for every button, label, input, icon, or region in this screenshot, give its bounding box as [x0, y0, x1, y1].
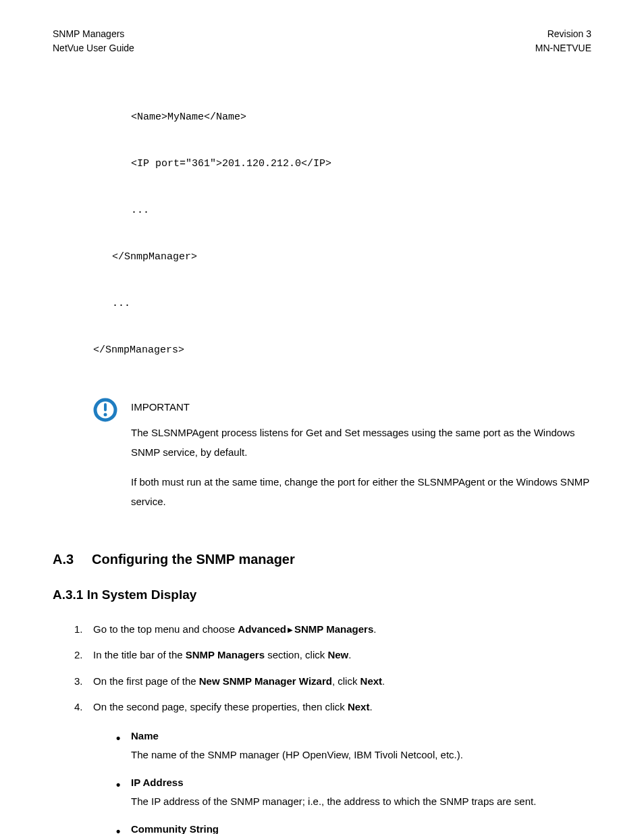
code-line: </SnmpManager> — [112, 246, 591, 269]
step-text: In the title bar of the — [93, 649, 186, 660]
xml-code-block: <Name>MyName</Name> <IP port="361">201.1… — [93, 82, 591, 386]
section-number: A.3 — [53, 549, 92, 569]
step-text: , click — [332, 675, 360, 687]
menu-path-bold: SNMP Managers — [294, 623, 373, 635]
step-text: On the first page of the — [93, 675, 199, 687]
important-title: IMPORTANT — [131, 398, 591, 417]
property-name: IP Address — [131, 773, 591, 793]
important-content: IMPORTANT The SLSNMPAgent process listen… — [131, 398, 591, 523]
section-heading: A.3 Configuring the SNMP manager — [53, 549, 591, 569]
menu-path-bold: Advanced — [238, 623, 286, 635]
properties-list: Name The name of the SNMP manager (HP Op… — [112, 727, 591, 835]
svg-rect-1 — [104, 403, 107, 411]
property-name: Name — [131, 727, 591, 746]
property-name: Community String — [131, 820, 591, 835]
header-right: Revision 3 MN-NETVUE — [535, 27, 591, 55]
ui-element-bold: New SNMP Manager Wizard — [199, 675, 332, 687]
step-item: In the title bar of the SNMP Managers se… — [74, 646, 591, 665]
ui-element-bold: Next — [360, 675, 383, 687]
header-doc-section: SNMP Managers — [53, 27, 134, 41]
step-item: On the first page of the New SNMP Manage… — [74, 672, 591, 692]
ui-element-bold: SNMP Managers — [186, 649, 265, 660]
step-item: On the second page, specify these proper… — [74, 698, 591, 834]
important-icon — [93, 398, 117, 422]
step-item: Go to the top menu and choose Advanced▶S… — [74, 620, 591, 640]
step-text: . — [369, 701, 372, 712]
ui-element-bold: Next — [348, 701, 370, 712]
important-paragraph: If both must run at the same time, chang… — [131, 473, 591, 511]
code-line: ... — [131, 199, 591, 223]
code-line: </SnmpManagers> — [93, 339, 591, 363]
property-item: IP Address The IP address of the SNMP ma… — [112, 773, 591, 812]
step-text: Go to the top menu and choose — [93, 623, 238, 635]
header-revision: Revision 3 — [535, 27, 591, 41]
step-text: section, click — [265, 649, 327, 660]
step-text: . — [382, 675, 385, 687]
subsection-heading: A.3.1 In System Display — [53, 585, 591, 605]
header-doc-title: NetVue User Guide — [53, 41, 134, 55]
header-left: SNMP Managers NetVue User Guide — [53, 27, 134, 55]
page-header: SNMP Managers NetVue User Guide Revision… — [53, 27, 591, 55]
menu-arrow-icon: ▶ — [286, 626, 294, 633]
property-description: The name of the SNMP manager (HP OpenVie… — [131, 746, 591, 765]
property-item: Community String The community string to… — [112, 820, 591, 835]
step-text: . — [373, 623, 376, 635]
step-text: . — [348, 649, 351, 660]
important-paragraph: The SLSNMPAgent process listens for Get … — [131, 423, 591, 462]
code-line: <IP port="361">201.120.212.0</IP> — [131, 153, 591, 176]
property-description: The IP address of the SNMP manager; i.e.… — [131, 792, 591, 812]
property-item: Name The name of the SNMP manager (HP Op… — [112, 727, 591, 765]
step-text: On the second page, specify these proper… — [93, 701, 348, 712]
ui-element-bold: New — [327, 649, 348, 660]
header-doc-code: MN-NETVUE — [535, 41, 591, 55]
important-callout: IMPORTANT The SLSNMPAgent process listen… — [93, 398, 591, 523]
svg-point-2 — [104, 413, 107, 416]
code-line: <Name>MyName</Name> — [131, 106, 591, 130]
steps-list: Go to the top menu and choose Advanced▶S… — [74, 620, 591, 835]
section-title: Configuring the SNMP manager — [92, 549, 295, 569]
code-line: ... — [112, 292, 591, 316]
